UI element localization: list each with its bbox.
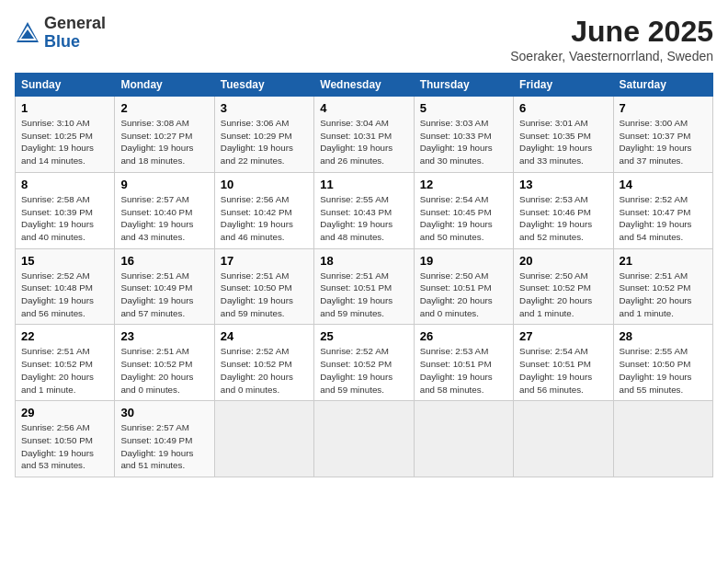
day-detail: Sunrise: 2:56 AMSunset: 10:50 PMDaylight… bbox=[21, 422, 94, 470]
page-header: General Blue June 2025 Soeraker, Vaester… bbox=[15, 15, 713, 63]
calendar-cell: 16Sunrise: 2:51 AMSunset: 10:49 PMDaylig… bbox=[115, 248, 214, 325]
day-number: 21 bbox=[620, 254, 707, 268]
calendar-cell: 24Sunrise: 2:52 AMSunset: 10:52 PMDaylig… bbox=[214, 325, 313, 401]
day-number: 30 bbox=[120, 406, 208, 419]
day-number: 23 bbox=[120, 329, 208, 343]
title-block: June 2025 Soeraker, Vaesternorrland, Swe… bbox=[510, 15, 713, 63]
day-number: 10 bbox=[221, 178, 308, 191]
calendar-cell: 11Sunrise: 2:55 AMSunset: 10:43 PMDaylig… bbox=[314, 172, 414, 248]
day-detail: Sunrise: 3:04 AMSunset: 10:31 PMDaylight… bbox=[320, 118, 392, 166]
day-detail: Sunrise: 2:57 AMSunset: 10:40 PMDaylight… bbox=[120, 194, 193, 242]
day-detail: Sunrise: 2:58 AMSunset: 10:39 PMDaylight… bbox=[21, 194, 94, 242]
day-detail: Sunrise: 2:55 AMSunset: 10:43 PMDaylight… bbox=[320, 194, 392, 242]
calendar-cell: 1Sunrise: 3:10 AMSunset: 10:25 PMDayligh… bbox=[16, 97, 115, 173]
day-number: 29 bbox=[21, 406, 108, 419]
day-detail: Sunrise: 2:52 AMSunset: 10:52 PMDaylight… bbox=[221, 346, 293, 394]
calendar-cell: 25Sunrise: 2:52 AMSunset: 10:52 PMDaylig… bbox=[314, 325, 414, 401]
day-number: 11 bbox=[320, 178, 407, 191]
calendar-cell bbox=[314, 401, 414, 477]
day-detail: Sunrise: 2:53 AMSunset: 10:46 PMDaylight… bbox=[519, 194, 592, 242]
calendar-cell: 13Sunrise: 2:53 AMSunset: 10:46 PMDaylig… bbox=[514, 172, 613, 248]
calendar-cell: 4Sunrise: 3:04 AMSunset: 10:31 PMDayligh… bbox=[314, 97, 414, 173]
calendar-cell: 21Sunrise: 2:51 AMSunset: 10:52 PMDaylig… bbox=[613, 248, 712, 325]
calendar-cell: 23Sunrise: 2:51 AMSunset: 10:52 PMDaylig… bbox=[115, 325, 214, 401]
day-detail: Sunrise: 2:52 AMSunset: 10:48 PMDaylight… bbox=[21, 270, 94, 318]
header-row: SundayMondayTuesdayWednesdayThursdayFrid… bbox=[16, 74, 713, 97]
day-number: 28 bbox=[620, 329, 707, 343]
day-detail: Sunrise: 2:56 AMSunset: 10:42 PMDaylight… bbox=[221, 194, 293, 242]
column-header-thursday: Thursday bbox=[414, 74, 513, 97]
day-number: 26 bbox=[420, 329, 507, 343]
day-number: 17 bbox=[221, 254, 308, 268]
day-number: 25 bbox=[320, 329, 407, 343]
day-detail: Sunrise: 2:53 AMSunset: 10:51 PMDaylight… bbox=[420, 346, 493, 394]
column-header-wednesday: Wednesday bbox=[314, 74, 414, 97]
day-number: 22 bbox=[21, 329, 108, 343]
logo-general: General bbox=[44, 15, 106, 33]
calendar-cell: 17Sunrise: 2:51 AMSunset: 10:50 PMDaylig… bbox=[214, 248, 313, 325]
day-number: 19 bbox=[420, 254, 507, 268]
day-detail: Sunrise: 2:51 AMSunset: 10:52 PMDaylight… bbox=[21, 346, 94, 394]
day-detail: Sunrise: 2:57 AMSunset: 10:49 PMDaylight… bbox=[120, 422, 193, 470]
calendar-cell: 22Sunrise: 2:51 AMSunset: 10:52 PMDaylig… bbox=[16, 325, 115, 401]
calendar-cell: 7Sunrise: 3:00 AMSunset: 10:37 PMDayligh… bbox=[613, 97, 712, 173]
column-header-tuesday: Tuesday bbox=[214, 74, 313, 97]
calendar-cell: 10Sunrise: 2:56 AMSunset: 10:42 PMDaylig… bbox=[214, 172, 313, 248]
logo-blue: Blue bbox=[44, 33, 106, 52]
day-number: 6 bbox=[519, 101, 607, 115]
day-number: 27 bbox=[519, 329, 607, 343]
day-number: 5 bbox=[420, 101, 507, 115]
day-detail: Sunrise: 3:00 AMSunset: 10:37 PMDaylight… bbox=[620, 118, 692, 166]
column-header-saturday: Saturday bbox=[613, 74, 712, 97]
day-detail: Sunrise: 3:06 AMSunset: 10:29 PMDaylight… bbox=[221, 118, 293, 166]
day-number: 12 bbox=[420, 178, 507, 191]
day-number: 3 bbox=[221, 101, 308, 115]
day-number: 8 bbox=[21, 178, 108, 191]
column-header-friday: Friday bbox=[514, 74, 613, 97]
calendar-cell: 14Sunrise: 2:52 AMSunset: 10:47 PMDaylig… bbox=[613, 172, 712, 248]
location-title: Soeraker, Vaesternorrland, Sweden bbox=[510, 49, 713, 63]
calendar-cell: 18Sunrise: 2:51 AMSunset: 10:51 PMDaylig… bbox=[314, 248, 414, 325]
day-detail: Sunrise: 2:51 AMSunset: 10:52 PMDaylight… bbox=[620, 270, 692, 318]
calendar-cell: 30Sunrise: 2:57 AMSunset: 10:49 PMDaylig… bbox=[115, 401, 214, 477]
day-detail: Sunrise: 3:10 AMSunset: 10:25 PMDaylight… bbox=[21, 118, 94, 166]
day-detail: Sunrise: 3:01 AMSunset: 10:35 PMDaylight… bbox=[519, 118, 592, 166]
calendar-cell: 20Sunrise: 2:50 AMSunset: 10:52 PMDaylig… bbox=[514, 248, 613, 325]
calendar-cell bbox=[414, 401, 513, 477]
day-detail: Sunrise: 2:51 AMSunset: 10:50 PMDaylight… bbox=[221, 270, 293, 318]
day-number: 1 bbox=[21, 101, 108, 115]
calendar-cell: 5Sunrise: 3:03 AMSunset: 10:33 PMDayligh… bbox=[414, 97, 513, 173]
calendar-cell: 15Sunrise: 2:52 AMSunset: 10:48 PMDaylig… bbox=[16, 248, 115, 325]
calendar-cell bbox=[613, 401, 712, 477]
day-number: 2 bbox=[120, 101, 208, 115]
day-number: 13 bbox=[519, 178, 607, 191]
calendar-cell: 26Sunrise: 2:53 AMSunset: 10:51 PMDaylig… bbox=[414, 325, 513, 401]
day-detail: Sunrise: 2:54 AMSunset: 10:45 PMDaylight… bbox=[420, 194, 493, 242]
calendar-cell: 9Sunrise: 2:57 AMSunset: 10:40 PMDayligh… bbox=[115, 172, 214, 248]
day-number: 20 bbox=[519, 254, 607, 268]
day-detail: Sunrise: 2:51 AMSunset: 10:51 PMDaylight… bbox=[320, 270, 392, 318]
day-detail: Sunrise: 2:55 AMSunset: 10:50 PMDaylight… bbox=[620, 346, 692, 394]
day-number: 7 bbox=[620, 101, 707, 115]
month-title: June 2025 bbox=[510, 15, 713, 49]
week-row-5: 29Sunrise: 2:56 AMSunset: 10:50 PMDaylig… bbox=[16, 401, 713, 477]
day-detail: Sunrise: 2:51 AMSunset: 10:52 PMDaylight… bbox=[120, 346, 193, 394]
calendar-table: SundayMondayTuesdayWednesdayThursdayFrid… bbox=[15, 73, 713, 477]
day-detail: Sunrise: 2:52 AMSunset: 10:52 PMDaylight… bbox=[320, 346, 392, 394]
day-number: 15 bbox=[21, 254, 108, 268]
day-number: 4 bbox=[320, 101, 407, 115]
calendar-cell: 3Sunrise: 3:06 AMSunset: 10:29 PMDayligh… bbox=[214, 97, 313, 173]
day-detail: Sunrise: 3:08 AMSunset: 10:27 PMDaylight… bbox=[120, 118, 193, 166]
day-detail: Sunrise: 3:03 AMSunset: 10:33 PMDaylight… bbox=[420, 118, 493, 166]
day-number: 16 bbox=[120, 254, 208, 268]
day-detail: Sunrise: 2:50 AMSunset: 10:51 PMDaylight… bbox=[420, 270, 493, 318]
calendar-cell: 29Sunrise: 2:56 AMSunset: 10:50 PMDaylig… bbox=[16, 401, 115, 477]
calendar-cell: 8Sunrise: 2:58 AMSunset: 10:39 PMDayligh… bbox=[16, 172, 115, 248]
column-header-sunday: Sunday bbox=[16, 74, 115, 97]
day-detail: Sunrise: 2:51 AMSunset: 10:49 PMDaylight… bbox=[120, 270, 193, 318]
calendar-cell bbox=[514, 401, 613, 477]
logo-icon bbox=[15, 20, 40, 46]
calendar-cell: 19Sunrise: 2:50 AMSunset: 10:51 PMDaylig… bbox=[414, 248, 513, 325]
logo-text: General Blue bbox=[44, 15, 106, 52]
day-number: 24 bbox=[221, 329, 308, 343]
